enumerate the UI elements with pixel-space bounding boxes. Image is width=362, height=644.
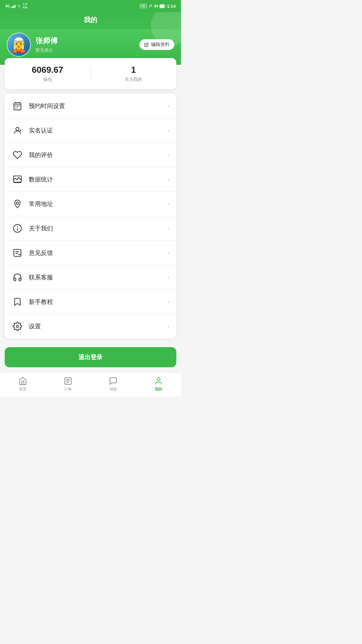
nav-item-profile[interactable]: 我的	[136, 376, 181, 392]
svg-point-26	[157, 378, 160, 381]
menu-label-support: 联系客服	[29, 273, 168, 281]
mute-icon	[148, 4, 153, 8]
chevron-right-icon: ›	[168, 323, 170, 329]
chevron-right-icon: ›	[168, 201, 170, 207]
chevron-right-icon: ›	[168, 299, 170, 305]
menu-item-settings[interactable]: 设置 ›	[5, 314, 176, 338]
location-icon	[11, 198, 23, 210]
edit-profile-button[interactable]: 编辑资料	[139, 39, 174, 50]
menu-card: 预约时间设置 › 实名认证 › 我的评价 › 数据统计 › 常用地址 › 关于我	[5, 94, 176, 338]
signal-icon	[11, 4, 15, 8]
calendar-icon	[11, 100, 23, 112]
chart-icon	[11, 173, 23, 185]
user-name: 张师傅	[36, 36, 58, 46]
menu-item-address[interactable]: 常用地址 ›	[5, 192, 176, 216]
network-speed: 1.3 K/s	[23, 3, 27, 9]
logout-section: 退出登录	[0, 344, 181, 373]
edit-profile-label: 编辑资料	[151, 42, 170, 48]
avatar[interactable]	[7, 33, 31, 57]
svg-point-14	[16, 202, 19, 204]
menu-item-schedule[interactable]: 预约时间设置 ›	[5, 94, 176, 118]
svg-rect-1	[160, 5, 164, 7]
followers-value: 1	[91, 65, 177, 75]
logout-button[interactable]: 退出登录	[5, 347, 176, 367]
nav-label-messages: 消息	[110, 387, 117, 392]
menu-item-about[interactable]: 关于我们 ›	[5, 216, 176, 241]
clock: 1:14	[167, 4, 176, 9]
battery-icon	[160, 4, 166, 8]
wifi-icon	[17, 4, 21, 8]
wallet-stat[interactable]: 6069.67 钱包	[5, 65, 90, 83]
chevron-right-icon: ›	[168, 250, 170, 256]
bookmark-icon	[11, 296, 23, 308]
bottom-nav: 首页 订单 消息 我的	[0, 373, 181, 396]
profile-left: 张师傅 暂无简介	[7, 33, 58, 57]
menu-item-support[interactable]: 联系客服 ›	[5, 265, 176, 290]
menu-label-rating: 我的评价	[29, 151, 168, 159]
heart-icon	[11, 149, 23, 161]
header: 我的 张师傅 暂无简介 编辑资料	[0, 12, 181, 65]
menu-label-about: 关于我们	[29, 224, 168, 232]
menu-label-feedback: 意见反馈	[29, 249, 168, 257]
menu-item-feedback[interactable]: 意见反馈 ›	[5, 241, 176, 265]
headset-icon	[11, 271, 23, 283]
svg-rect-18	[14, 250, 21, 257]
edit-icon	[144, 42, 149, 47]
battery-level: 84	[154, 4, 158, 8]
gear-icon	[11, 320, 23, 332]
wallet-label: 钱包	[5, 76, 90, 83]
chevron-right-icon: ›	[168, 274, 170, 280]
menu-item-tutorial[interactable]: 新手教程 ›	[5, 290, 176, 314]
wallet-value: 6069.67	[5, 65, 90, 75]
profile-nav-icon	[154, 376, 163, 386]
menu-item-stats[interactable]: 数据统计 ›	[5, 167, 176, 192]
page-title: 我的	[0, 15, 181, 29]
user-bio: 暂无简介	[36, 47, 58, 53]
home-icon	[18, 376, 27, 386]
menu-item-realname[interactable]: 实名认证 ›	[5, 118, 176, 143]
chevron-right-icon: ›	[168, 152, 170, 158]
stats-card: 6069.67 钱包 1 关注我的	[5, 58, 176, 89]
hd-badge: HD	[140, 4, 147, 8]
person-icon	[11, 124, 23, 137]
chevron-right-icon: ›	[168, 225, 170, 231]
menu-label-tutorial: 新手教程	[29, 298, 168, 306]
svg-point-21	[16, 325, 19, 328]
nav-item-messages[interactable]: 消息	[90, 376, 136, 392]
nav-item-home[interactable]: 首页	[0, 376, 45, 392]
nav-label-orders: 订单	[64, 387, 72, 392]
messages-icon	[109, 376, 118, 386]
chevron-right-icon: ›	[168, 103, 170, 109]
followers-stat[interactable]: 1 关注我的	[91, 65, 177, 83]
status-right: HD 84 1:14	[140, 4, 176, 9]
profile-info: 张师傅 暂无简介	[36, 36, 58, 53]
network-type: 4G	[5, 4, 10, 8]
chevron-right-icon: ›	[168, 176, 170, 182]
nav-label-home: 首页	[19, 387, 26, 392]
orders-icon	[63, 376, 73, 386]
menu-label-stats: 数据统计	[29, 175, 168, 183]
nav-item-orders[interactable]: 订单	[45, 376, 90, 392]
feedback-icon	[11, 247, 23, 259]
menu-label-address: 常用地址	[29, 200, 168, 208]
status-left: 4G 1.3 K/s	[5, 3, 27, 9]
svg-point-11	[16, 127, 19, 130]
followers-label: 关注我的	[91, 76, 177, 83]
menu-label-schedule: 预约时间设置	[29, 102, 168, 110]
status-bar: 4G 1.3 K/s HD 84 1:14	[0, 0, 181, 12]
menu-item-rating[interactable]: 我的评价 ›	[5, 143, 176, 167]
info-icon	[11, 222, 23, 234]
nav-label-profile: 我的	[155, 387, 162, 392]
menu-label-realname: 实名认证	[29, 126, 168, 135]
chevron-right-icon: ›	[168, 127, 170, 133]
menu-label-settings: 设置	[29, 322, 168, 330]
